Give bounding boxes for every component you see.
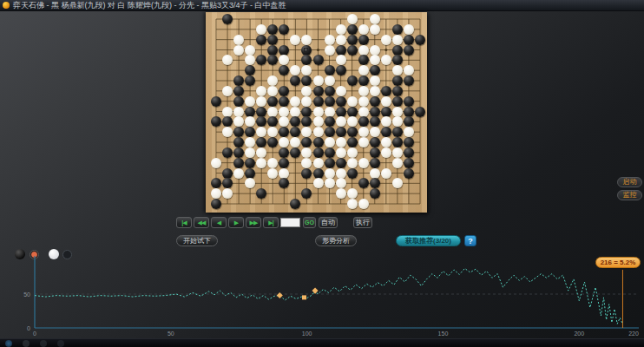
white-stone (245, 147, 255, 158)
black-stone (358, 35, 369, 45)
white-stone (290, 107, 300, 117)
white-stone (370, 24, 380, 35)
white-stone (313, 127, 324, 137)
black-stone (313, 147, 324, 158)
white-stone (325, 45, 335, 56)
winrate-line (35, 268, 623, 324)
white-stone (290, 96, 300, 107)
white-stone (381, 147, 391, 158)
black-stone (245, 158, 255, 168)
black-stone (370, 137, 380, 147)
white-stone (267, 168, 278, 179)
black-stone (347, 127, 358, 137)
app-window: 弈天石佛 - 黑 杨鼎新(九段) 对 白 陈耀烨(九段) - 分先 - 黑贴3又… (0, 0, 644, 347)
move-marker[interactable] (302, 295, 306, 299)
white-stone (256, 158, 266, 168)
black-stone (325, 116, 335, 127)
white-stone (336, 116, 346, 127)
black-stone (381, 107, 391, 117)
black-stone (404, 107, 414, 117)
nav-back-button[interactable]: ◀ (211, 217, 227, 228)
black-stone (392, 45, 403, 56)
white-stone (256, 24, 266, 35)
white-stone (358, 65, 369, 75)
taskbar-app-icon[interactable] (40, 340, 47, 347)
taskbar[interactable] (0, 338, 644, 347)
white-stone (279, 168, 289, 179)
white-stone (347, 188, 358, 199)
taskbar-app-icon[interactable] (23, 340, 30, 347)
black-stone (381, 86, 391, 96)
y-tick-label: 50 (23, 291, 30, 298)
black-stone (392, 96, 403, 107)
help-button[interactable]: ? (464, 235, 476, 246)
title-bar[interactable]: 弈天石佛 - 黑 杨鼎新(九段) 对 白 陈耀烨(九段) - 分先 - 黑贴3又… (0, 0, 644, 11)
white-stone (233, 35, 244, 45)
black-stone (336, 158, 346, 168)
white-stone (392, 65, 403, 75)
black-stone (336, 96, 346, 107)
taskbar-app-icon[interactable] (57, 340, 64, 347)
nav-last-button[interactable]: ▶| (263, 217, 279, 228)
x-tick-label: 50 (168, 331, 174, 337)
black-stone (325, 86, 335, 96)
white-stone (211, 158, 221, 168)
black-stone (267, 96, 278, 107)
black-stone (392, 127, 403, 137)
taskbar-start-icon[interactable] (5, 340, 12, 347)
white-stone (325, 168, 335, 179)
white-stone (222, 86, 233, 96)
black-stone (370, 188, 380, 199)
black-stone (245, 107, 255, 117)
white-stone (325, 178, 335, 188)
black-stone (404, 35, 414, 45)
get-recommendation-button[interactable]: 获取推荐(3/20) (396, 235, 461, 246)
white-stone (245, 45, 255, 56)
black-stone (313, 137, 324, 147)
nav-first-button[interactable]: |◀ (176, 217, 192, 228)
black-stone (233, 158, 244, 168)
white-stone (313, 75, 324, 86)
move-number-input[interactable] (280, 218, 300, 227)
winrate-chart[interactable]: 050100150200220050 (0, 247, 644, 338)
side-button-monitor[interactable]: 监控 (617, 190, 642, 200)
white-stone (313, 158, 324, 168)
black-stone (211, 199, 221, 209)
black-stone (392, 86, 403, 96)
white-stone (358, 137, 369, 147)
black-stone (211, 96, 221, 107)
white-stone (313, 178, 324, 188)
white-stone (358, 24, 369, 35)
nav-fast-back-button[interactable]: ◀◀ (194, 217, 209, 228)
white-stone (245, 96, 255, 107)
white-stone (392, 147, 403, 158)
nav-fast-forward-button[interactable]: ▶▶ (246, 217, 261, 228)
side-button-start[interactable]: 启动 (617, 177, 642, 187)
black-stone (313, 168, 324, 179)
white-stone (358, 107, 369, 117)
execute-button[interactable]: 执行 (353, 217, 372, 228)
white-stone (347, 14, 358, 24)
black-stone (404, 75, 414, 86)
black-stone (404, 137, 414, 147)
black-stone (358, 75, 369, 86)
white-stone (336, 178, 346, 188)
move-marker[interactable] (277, 292, 283, 298)
white-stone (325, 35, 335, 45)
black-stone (233, 86, 244, 96)
white-stone (370, 127, 380, 137)
auto-play-button[interactable]: 自动 (319, 217, 338, 228)
go-button[interactable]: GO (303, 217, 316, 228)
position-analysis-button[interactable]: 形势分析 (315, 235, 357, 246)
black-stone (233, 147, 244, 158)
white-stone (381, 96, 391, 107)
go-board[interactable] (206, 12, 427, 213)
black-stone (267, 35, 278, 45)
y-tick-label: 0 (27, 325, 30, 331)
white-stone (222, 107, 233, 117)
white-stone (358, 96, 369, 107)
white-stone (267, 86, 278, 96)
black-stone (381, 127, 391, 137)
nav-forward-button[interactable]: ▶ (228, 217, 244, 228)
trial-play-button[interactable]: 开始试下 (176, 235, 218, 246)
